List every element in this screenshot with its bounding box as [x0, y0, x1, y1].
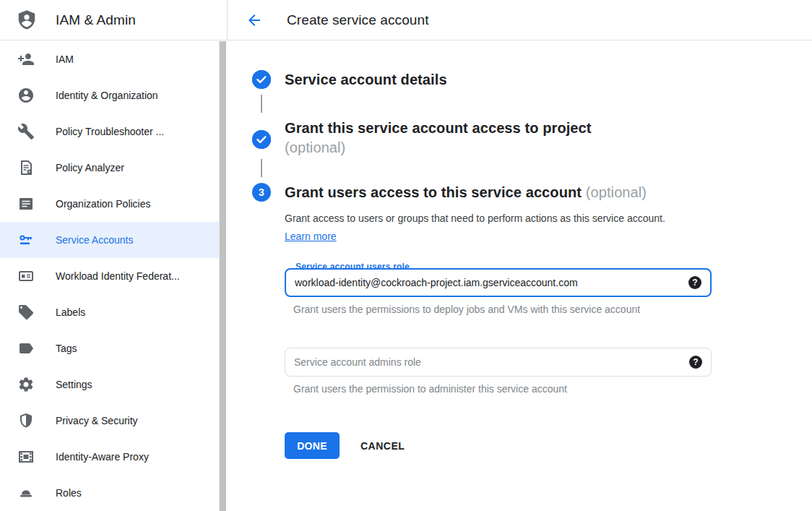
person-add-icon [17, 51, 35, 68]
sidebar-item-roles[interactable]: Roles [0, 475, 219, 511]
hat-icon [17, 484, 35, 502]
article-icon [17, 195, 35, 212]
sidebar-item-label: Service Accounts [56, 234, 133, 246]
sidebar-item-label: Settings [56, 379, 92, 390]
sidebar-item-service-accounts[interactable]: Service Accounts [0, 222, 219, 258]
sidebar-scrollbar[interactable] [219, 41, 226, 511]
sidebar-item-label: Labels [56, 306, 85, 318]
create-sa-form: Service account details Grant this servi… [228, 40, 812, 459]
step-2-indicator [252, 119, 271, 183]
back-arrow-icon[interactable] [246, 12, 263, 29]
sidebar-item-identity-aware-proxy[interactable]: Identity-Aware Proxy [0, 439, 219, 475]
step-3-optional: (optional) [586, 184, 647, 200]
step-2: Grant this service account access to pro… [252, 119, 812, 183]
sidebar-item-organization-policies[interactable]: Organization Policies [0, 186, 219, 222]
sidebar-item-identity-organization[interactable]: Identity & Organization [0, 77, 219, 113]
iam-admin-shield-icon [16, 8, 38, 33]
gear-icon [17, 376, 35, 393]
service-account-icon [17, 231, 35, 249]
page-title: Create service account [287, 12, 429, 28]
shield-half-icon [17, 412, 35, 429]
check-circle-icon [252, 130, 271, 149]
label-tag-icon [17, 304, 35, 321]
sidebar-item-workload-identity-federation[interactable]: Workload Identity Federat... [0, 258, 219, 294]
sidebar-item-settings[interactable]: Settings [0, 366, 219, 403]
sidebar-item-label: Policy Troubleshooter ... [56, 126, 164, 137]
sidebar-item-iam[interactable]: IAM [0, 41, 219, 77]
sidebar-item-tags[interactable]: Tags [0, 330, 219, 366]
sidebar-item-policy-analyzer[interactable]: Policy Analyzer [0, 150, 219, 186]
users-role-box: ? [285, 268, 712, 297]
step-3-number-badge: 3 [252, 183, 271, 202]
sidebar-item-policy-troubleshooter[interactable]: Policy Troubleshooter ... [0, 113, 219, 150]
step-3-indicator: 3 [252, 183, 271, 459]
sidebar-item-label: Identity & Organization [56, 90, 158, 101]
sidebar-item-label: Identity-Aware Proxy [56, 451, 149, 463]
admins-role-helper: Grant users the permission to administer… [293, 383, 712, 395]
step-1-title: Service account details [285, 70, 447, 90]
tag-arrow-icon [17, 340, 35, 357]
help-icon[interactable]: ? [689, 356, 702, 369]
account-circle-icon [17, 87, 35, 104]
proxy-icon [17, 448, 35, 465]
sidebar-header: IAM & Admin [0, 0, 228, 40]
step-2-optional: (optional) [285, 138, 592, 158]
step-3-description: Grant access to users or groups that nee… [285, 210, 688, 246]
sidebar-nav: IAMIdentity & OrganizationPolicy Trouble… [0, 41, 219, 511]
users-role-field: Service account users role ? Grant users… [285, 268, 712, 315]
check-circle-icon [252, 70, 271, 89]
admins-role-input[interactable] [285, 348, 689, 376]
policy-analyzer-icon [17, 159, 35, 176]
wrench-icon [17, 123, 35, 140]
main-header: Create service account [228, 0, 812, 40]
sidebar-item-label: Organization Policies [56, 198, 151, 210]
sidebar-item-label: Roles [56, 487, 82, 499]
sidebar: IAM & Admin IAMIdentity & OrganizationPo… [0, 0, 228, 511]
help-icon[interactable]: ? [688, 276, 701, 289]
users-role-input[interactable] [286, 270, 688, 296]
main-panel: Create service account Service account d… [228, 0, 812, 511]
cancel-button[interactable]: CANCEL [360, 440, 405, 452]
sidebar-item-label: Policy Analyzer [56, 162, 124, 173]
admins-role-field: ? Grant users the permission to administ… [285, 348, 712, 395]
form-actions: DONE CANCEL [285, 432, 712, 459]
product-title: IAM & Admin [56, 12, 136, 28]
step-connector [261, 95, 262, 113]
step-1: Service account details [252, 70, 812, 119]
step-2-title: Grant this service account access to pro… [285, 119, 592, 138]
sidebar-item-label: Workload Identity Federat... [56, 270, 180, 282]
done-button[interactable]: DONE [285, 432, 340, 459]
sidebar-item-label: Tags [56, 343, 77, 354]
sidebar-item-label: IAM [56, 53, 74, 65]
sidebar-item-label: Privacy & Security [56, 415, 138, 426]
app-window: IAM & Admin IAMIdentity & OrganizationPo… [0, 0, 812, 511]
badge-icon [17, 267, 35, 285]
sidebar-item-labels[interactable]: Labels [0, 294, 219, 330]
step-1-indicator [252, 70, 271, 119]
step-connector [261, 159, 262, 177]
sidebar-item-privacy-security[interactable]: Privacy & Security [0, 403, 219, 439]
users-role-helper: Grant users the permissions to deploy jo… [293, 304, 712, 315]
step-3: 3 Grant users access to this service acc… [252, 183, 812, 459]
admins-role-box: ? [285, 348, 712, 377]
step-3-title: Grant users access to this service accou… [285, 183, 712, 202]
learn-more-link[interactable]: Learn more [285, 231, 337, 242]
